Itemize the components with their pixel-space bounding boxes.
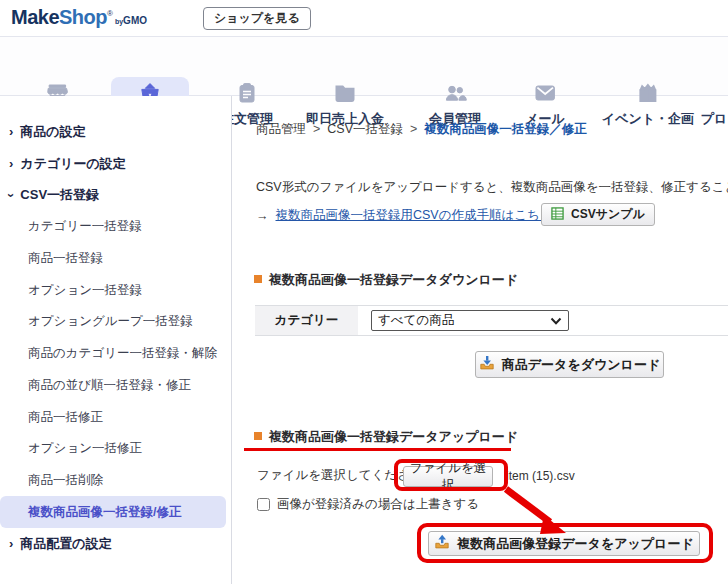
sidebar-item-sort-order-bulk[interactable]: 商品の並び順一括登録・修正 <box>0 370 231 402</box>
chevron-down-icon <box>550 314 562 328</box>
file-select-button[interactable]: ファイルを選択 <box>403 466 493 487</box>
overwrite-checkbox[interactable] <box>257 498 270 511</box>
category-selected-option: すべての商品 <box>378 312 454 329</box>
sidebar-item-label: 商品一括修正 <box>28 409 103 426</box>
mail-icon <box>533 81 557 105</box>
sidebar-item-product-bulk-edit[interactable]: 商品一括修正 <box>0 401 231 433</box>
breadcrumb: 商品管理>CSV一括登録>複数商品画像一括登録／修正 <box>256 121 587 138</box>
sidebar-item-label: オプション一括登録 <box>28 282 142 299</box>
sidebar-item-product-category-bulk[interactable]: 商品のカテゴリー一括登録・解除 <box>0 338 231 370</box>
sidebar-item-category-bulk[interactable]: カテゴリー一括登録 <box>0 211 231 243</box>
makeshop-admin-window: MakeShop®byGMO ショップを見る ショップ作成 商品管理 注文管理 … <box>0 0 728 584</box>
category-value-cell: すべての商品 <box>358 306 569 335</box>
category-label: カテゴリー <box>255 306 358 335</box>
sidebar-item-option-bulk-edit[interactable]: オプション一括修正 <box>0 433 231 465</box>
sidebar-item-label: 複数商品画像一括登録/修正 <box>28 504 181 521</box>
arrow-glyph: → <box>256 209 269 223</box>
sidebar-item-label: 商品の並び順一括登録・修正 <box>28 377 191 394</box>
breadcrumb-separator: > <box>410 122 417 136</box>
sidebar-item-product-bulk[interactable]: 商品一括登録 <box>0 243 231 275</box>
nav-label: プロ <box>701 110 728 128</box>
makeshop-logo: MakeShop®byGMO <box>11 6 147 29</box>
section-bullet-icon <box>254 275 262 283</box>
nav-item-event-planning[interactable]: イベント・企画 <box>602 81 694 128</box>
main-nav: ショップ作成 商品管理 注文管理 即日売上入金 会員管理 メール イベント・企画 <box>0 37 728 96</box>
overwrite-label: 画像が登録済みの場合は上書きする <box>277 496 479 513</box>
logo-by: by <box>115 18 123 25</box>
sidebar-item-product-settings[interactable]: ›商品の設定 <box>0 116 231 148</box>
overwrite-option-row: 画像が登録済みの場合は上書きする <box>257 496 479 513</box>
sidebar-item-product-bulk-delete[interactable]: 商品一括削除 <box>0 465 231 497</box>
file-select-prompt: ファイルを選択してください <box>257 467 423 484</box>
upload-button-label: 複数商品画像登録データをアップロード <box>457 535 693 553</box>
sidebar-item-label: オプション一括修正 <box>28 440 142 457</box>
download-section-title: 複数商品画像一括登録データダウンロード <box>269 271 518 289</box>
view-shop-button[interactable]: ショップを見る <box>203 7 311 30</box>
sidebar-item-product-layout-settings[interactable]: ›商品配置の設定 <box>0 528 231 560</box>
nav-label: イベント・企画 <box>602 110 694 128</box>
chevron-right-icon: › <box>9 537 13 550</box>
sidebar-item-option-group-bulk[interactable]: オプショングループ一括登録 <box>0 306 231 338</box>
people-icon <box>443 81 467 105</box>
annotation-underline <box>244 448 511 451</box>
top-bar: MakeShop®byGMO ショップを見る <box>0 0 728 37</box>
clipboard-icon <box>235 81 259 105</box>
chevron-right-icon: › <box>9 125 13 138</box>
sidebar-item-label: 商品の設定 <box>20 123 85 141</box>
category-row: カテゴリー すべての商品 <box>255 305 728 336</box>
breadcrumb-product-management[interactable]: 商品管理 <box>256 122 306 136</box>
logo-gmo: GMO <box>123 15 147 26</box>
download-button-label: 商品データをダウンロード <box>502 356 660 374</box>
upload-image-data-button[interactable]: 複数商品画像登録データをアップロード <box>428 531 700 556</box>
upload-icon <box>434 534 450 553</box>
sidebar-item-label: カテゴリーの設定 <box>20 155 126 173</box>
chevron-right-icon: › <box>9 157 13 170</box>
logo-shop: Shop <box>59 6 107 29</box>
csv-sample-button[interactable]: CSVサンプル <box>541 203 655 226</box>
sidebar-item-label: CSV一括登録 <box>20 186 99 204</box>
nav-item-promotion-truncated[interactable]: プロ <box>701 110 728 128</box>
logo-make: Make <box>11 6 59 29</box>
gift-icon <box>636 81 660 105</box>
logo-registered-mark: ® <box>107 9 113 18</box>
csv-sample-label: CSVサンプル <box>571 206 645 223</box>
sidebar: ›商品の設定 ›カテゴリーの設定 ›CSV一括登録 カテゴリー一括登録 商品一括… <box>0 96 232 584</box>
page-description: CSV形式のファイルをアップロードすると、複数商品画像を一括登録、修正することが… <box>256 179 728 196</box>
chevron-down-icon: › <box>5 193 18 197</box>
breadcrumb-separator: > <box>313 122 320 136</box>
sidebar-item-label: カテゴリー一括登録 <box>28 218 142 235</box>
download-section-header: 複数商品画像一括登録データダウンロード <box>254 271 518 289</box>
selected-file-name: item (15).csv <box>506 469 575 483</box>
section-bullet-icon <box>254 432 262 440</box>
guide-row: → 複数商品画像一括登録用CSVの作成手順はこちら <box>256 207 553 224</box>
breadcrumb-current-page: 複数商品画像一括登録／修正 <box>424 122 587 136</box>
category-select[interactable]: すべての商品 <box>371 310 569 331</box>
sidebar-item-option-bulk[interactable]: オプション一括登録 <box>0 274 231 306</box>
csv-guide-link[interactable]: 複数商品画像一括登録用CSVの作成手順はこちら <box>276 207 553 224</box>
sidebar-item-category-settings[interactable]: ›カテゴリーの設定 <box>0 148 231 180</box>
sidebar-item-label: 商品一括削除 <box>28 472 103 489</box>
breadcrumb-csv-bulk[interactable]: CSV一括登録 <box>327 122 403 136</box>
sidebar-item-label: 商品配置の設定 <box>20 535 111 553</box>
sidebar-item-label: 商品のカテゴリー一括登録・解除 <box>28 345 217 362</box>
upload-section-header: 複数商品画像一括登録データアップロード <box>254 428 518 446</box>
download-icon <box>479 355 495 374</box>
sidebar-item-csv-bulk-registration[interactable]: ›CSV一括登録 <box>0 179 231 211</box>
csv-file-icon <box>551 207 564 223</box>
upload-section-title: 複数商品画像一括登録データアップロード <box>269 428 518 446</box>
sidebar-item-label: オプショングループ一括登録 <box>28 313 193 330</box>
sidebar-item-label: 商品一括登録 <box>28 250 103 267</box>
download-product-data-button[interactable]: 商品データをダウンロード <box>475 351 664 378</box>
folder-icon <box>333 81 357 105</box>
sidebar-item-multi-image-bulk-selected[interactable]: 複数商品画像一括登録/修正 <box>0 496 226 528</box>
